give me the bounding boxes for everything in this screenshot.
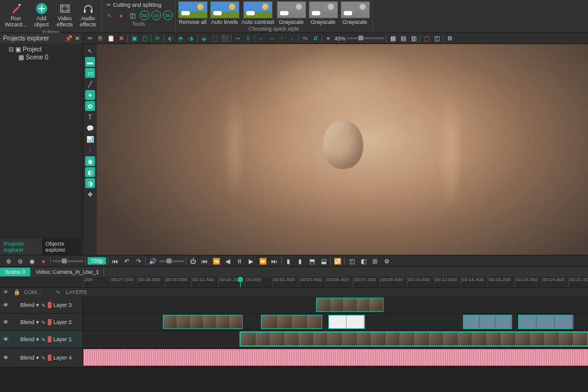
track-content[interactable] (83, 331, 588, 347)
wave-icon[interactable]: ∿ (41, 319, 46, 325)
marker-3-icon[interactable]: ⬒ (307, 256, 317, 266)
gear-icon[interactable]: ⚙ (382, 256, 391, 266)
audio-clip[interactable] (83, 349, 588, 366)
color-chip[interactable] (48, 355, 51, 361)
rect-tool-icon[interactable]: ▬ (85, 57, 95, 67)
style-remove-all[interactable]: Remove all (178, 1, 208, 25)
audio-tool-icon[interactable]: ♪ (85, 145, 95, 155)
view-3-icon[interactable]: ⊞ (370, 256, 380, 266)
view-1-icon[interactable]: ◫ (347, 256, 356, 266)
tl-zoom-slider[interactable] (53, 260, 83, 262)
overlay-2-icon[interactable]: ◐ (85, 167, 95, 177)
delete-icon[interactable]: ✖ (117, 34, 126, 43)
marker-2-icon[interactable]: ▮ (295, 256, 305, 266)
play-icon[interactable]: ▶ (246, 256, 256, 266)
layer-back-icon[interactable]: ▢ (140, 34, 149, 43)
eye-icon[interactable]: 👁 (2, 355, 9, 361)
eye-icon[interactable]: 👁 (2, 302, 9, 308)
copy-icon[interactable]: ⎘ (96, 34, 105, 43)
layer-name[interactable]: Layer 3 (53, 302, 72, 308)
color-chip[interactable] (48, 302, 51, 308)
marker-4-icon[interactable]: ⬓ (318, 256, 328, 266)
step-fwd-icon[interactable]: ⏩ (258, 256, 268, 266)
blend-label[interactable]: Blend (20, 355, 34, 361)
pb-redo-icon[interactable]: ↷ (134, 256, 143, 266)
track-content[interactable] (83, 296, 588, 313)
shape-tool-icon[interactable]: ▭ (85, 68, 95, 78)
clip[interactable] (163, 315, 243, 329)
tool-btn-36[interactable]: 36 (163, 10, 173, 20)
loop-icon[interactable]: 🔁 (333, 256, 342, 266)
grid-3-icon[interactable]: ▥ (409, 34, 418, 43)
eye-icon[interactable]: 👁 (2, 336, 9, 342)
paste-icon[interactable]: 📋 (107, 34, 115, 43)
tab-projects-explorer[interactable]: Projects explorer (0, 239, 42, 255)
tool-btn-18[interactable]: 18 (151, 10, 161, 20)
chevron-down-icon[interactable]: ▾ (36, 355, 39, 361)
clip[interactable] (518, 315, 573, 329)
pb-record-icon[interactable]: ● (39, 256, 48, 266)
blend-label[interactable]: Blend (20, 319, 34, 325)
grid-1-icon[interactable]: ▦ (388, 34, 397, 43)
tool-crop-icon[interactable]: ◫ (128, 10, 138, 20)
wave-icon[interactable]: ∿ (41, 302, 46, 308)
step-back-icon[interactable]: ◀ (223, 256, 233, 266)
style-auto-contrast[interactable]: Auto contrast (242, 1, 274, 25)
layer-name[interactable]: Layer 1 (53, 336, 72, 342)
distribute-v-icon[interactable]: ⇳ (244, 34, 252, 43)
rewind-icon[interactable]: ⏪ (211, 256, 221, 266)
gear-icon[interactable]: ⚙ (445, 34, 454, 43)
video-effects-button[interactable]: Videoeffects (54, 1, 76, 29)
color-chip[interactable] (48, 319, 51, 325)
flip-h-icon[interactable]: ⇋ (301, 34, 309, 43)
pb-marker-icon[interactable]: ◉ (27, 256, 37, 266)
tool-marker-icon[interactable]: ● (116, 10, 126, 20)
overlay-3-icon[interactable]: ◑ (85, 178, 95, 188)
align-left-icon[interactable]: ⬖ (166, 34, 175, 43)
distribute-h-icon[interactable]: ⇿ (233, 34, 242, 43)
pb-undo-icon[interactable]: ↶ (122, 256, 132, 266)
waveform-header-icon[interactable]: ∿ (53, 289, 64, 295)
rotate-icon[interactable]: ⟳ (153, 34, 162, 43)
layer-front-icon[interactable]: ▣ (130, 34, 138, 43)
overlay-1-icon[interactable]: ◉ (85, 156, 95, 166)
wave-icon[interactable]: ∿ (41, 355, 46, 361)
puzzle-tool-icon[interactable]: ✿ (85, 101, 95, 111)
view-2-icon[interactable]: ◧ (358, 256, 368, 266)
move-tool-icon[interactable]: ✥ (85, 189, 95, 199)
style-grayscale-3[interactable]: Grayscale (341, 1, 370, 25)
caption-tool-icon[interactable]: 💬 (85, 123, 95, 133)
tree-project[interactable]: ⊟▣Project (1, 45, 81, 53)
pin-icon[interactable]: 📌 (65, 35, 72, 42)
playhead[interactable] (240, 277, 241, 287)
arrow-up-icon[interactable]: ↑ (277, 34, 286, 43)
wave-icon[interactable]: ∿ (41, 336, 46, 342)
close-icon[interactable]: ✕ (75, 35, 80, 42)
chevron-down-icon[interactable]: ▾ (36, 336, 39, 342)
power-icon[interactable]: ⏻ (188, 256, 198, 266)
eye-icon[interactable]: 👁 (2, 319, 9, 325)
blend-label[interactable]: Blend (20, 336, 34, 342)
pb-minus-icon[interactable]: ⊖ (15, 256, 25, 266)
resolution-badge[interactable]: 720p (88, 257, 106, 265)
timeline-ruler[interactable]: 200 00:27.000 00:28.800 00:30.600 00:32.… (0, 277, 588, 288)
clip[interactable] (463, 315, 512, 329)
zoom-slider[interactable] (347, 37, 384, 39)
style-grayscale-1[interactable]: Grayscale (277, 1, 306, 25)
skip-start-icon[interactable]: ⏮ (200, 256, 209, 266)
arrow-down-icon[interactable]: ↓ (288, 34, 296, 43)
blob-tool-icon[interactable]: ✦ (85, 90, 95, 100)
grid-2-icon[interactable]: ▤ (399, 34, 407, 43)
chevron-down-icon[interactable]: ▾ (36, 302, 39, 308)
clip-selected[interactable] (240, 332, 588, 346)
style-auto-levels[interactable]: Auto levels (210, 1, 239, 25)
tree-scene[interactable]: ▦Scene 0 (1, 53, 81, 61)
blend-label[interactable]: Blend (20, 302, 34, 308)
chart-tool-icon[interactable]: 📊 (85, 134, 95, 144)
add-object-button[interactable]: Addobject (31, 1, 53, 29)
chevron-down-icon[interactable]: ▾ (36, 319, 39, 325)
pb-prev-icon[interactable]: ⏮ (110, 256, 120, 266)
color-chip[interactable] (48, 336, 51, 342)
target-icon[interactable]: ⌖ (324, 34, 333, 43)
layer-name[interactable]: Layer 2 (53, 319, 72, 325)
